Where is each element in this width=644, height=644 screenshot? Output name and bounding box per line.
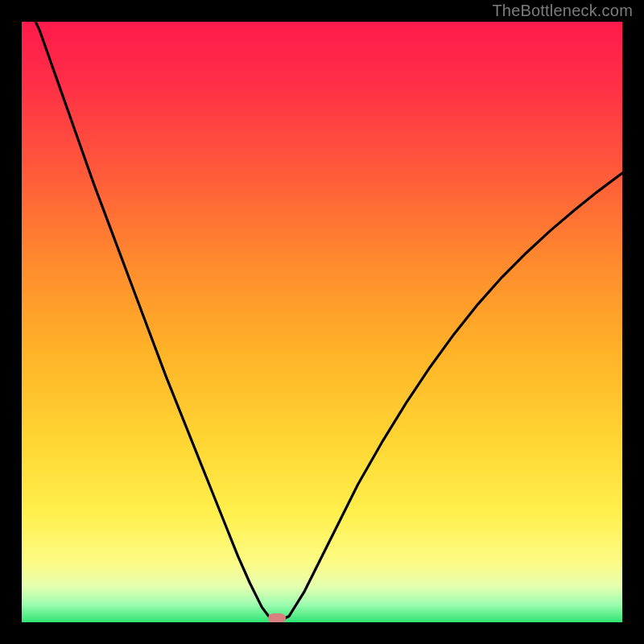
watermark-text: TheBottleneck.com [492,2,633,20]
chart-frame: TheBottleneck.com [0,0,644,644]
minimum-marker [268,613,286,622]
plot-area [22,22,622,622]
bottleneck-curve [22,22,622,622]
